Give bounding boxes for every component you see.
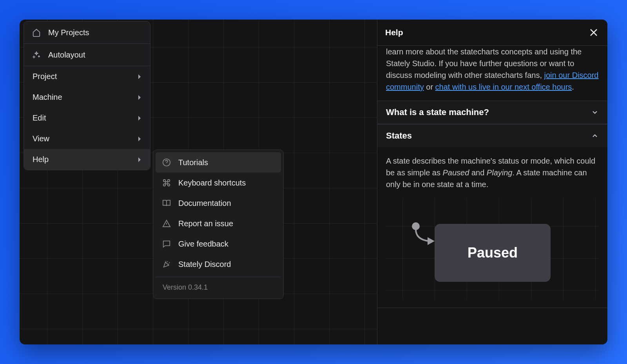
help-panel-body: learn more about the statecharts concept… <box>377 46 607 344</box>
menu-my-projects[interactable]: My Projects <box>24 22 150 44</box>
submenu-label: Stately Discord <box>178 260 231 269</box>
submenu-tutorials[interactable]: Tutorials <box>156 152 281 173</box>
menu-help[interactable]: Help <box>24 149 150 170</box>
chevron-right-icon <box>138 115 141 121</box>
chevron-right-icon <box>138 74 141 79</box>
chevron-down-icon <box>591 108 599 116</box>
submenu-stately-discord[interactable]: Stately Discord <box>156 254 281 274</box>
state-node-label: Paused <box>468 242 518 263</box>
accordion-what-is-state-machine: What is a state machine? <box>377 101 607 124</box>
submenu-keyboard-shortcuts[interactable]: Keyboard shortcuts <box>156 173 281 193</box>
text-italic: Playing <box>487 168 513 177</box>
accordion-body: A state describes the machine's status o… <box>377 147 607 308</box>
menu-label: Edit <box>33 114 46 123</box>
submenu-label: Report an issue <box>178 219 233 228</box>
menu-view[interactable]: View <box>24 128 150 149</box>
text-fragment: and <box>469 168 486 177</box>
help-panel-header: Help <box>377 20 607 46</box>
help-panel-title: Help <box>385 28 403 37</box>
submenu-give-feedback[interactable]: Give feedback <box>156 234 281 254</box>
version-text: Version 0.34.1 <box>156 277 281 296</box>
help-submenu: Tutorials Keyboard shortcuts Documentati… <box>153 150 284 299</box>
state-node: Paused <box>435 224 551 282</box>
book-icon <box>162 198 171 208</box>
menu-autolayout[interactable]: Autolayout <box>24 44 150 66</box>
accordion-header[interactable]: States <box>377 124 607 147</box>
confetti-icon <box>162 259 171 269</box>
submenu-report-issue[interactable]: Report an issue <box>156 213 281 234</box>
office-hours-link[interactable]: chat with us live in our next office hou… <box>435 83 572 91</box>
text-italic: Paused <box>443 168 469 177</box>
help-intro-text: learn more about the statecharts concept… <box>377 46 607 101</box>
submenu-label: Give feedback <box>178 240 228 249</box>
accordion-states: States A state describes the machine's s… <box>377 124 607 308</box>
menu-label: My Projects <box>48 28 89 37</box>
close-icon <box>589 28 598 37</box>
submenu-label: Keyboard shortcuts <box>178 178 246 187</box>
sparkle-icon <box>32 50 41 59</box>
submenu-label: Documentation <box>178 199 231 208</box>
chevron-right-icon <box>138 136 141 142</box>
menu-label: View <box>33 134 49 143</box>
main-menu: My Projects Autolayout Project Machine E… <box>24 21 150 170</box>
home-icon <box>32 28 41 37</box>
chevron-up-icon <box>591 132 599 140</box>
menu-machine[interactable]: Machine <box>24 87 150 108</box>
accordion-header[interactable]: What is a state machine? <box>377 101 607 124</box>
menu-label: Machine <box>33 93 62 102</box>
menu-label: Project <box>33 72 57 81</box>
chevron-right-icon <box>138 95 141 100</box>
submenu-label: Tutorials <box>178 158 208 167</box>
menu-project[interactable]: Project <box>24 66 150 87</box>
text-fragment: . <box>572 83 574 91</box>
question-circle-icon <box>162 158 171 167</box>
menu-label: Help <box>33 155 49 164</box>
menu-label: Autolayout <box>48 50 85 59</box>
menu-edit[interactable]: Edit <box>24 108 150 128</box>
accordion-title: What is a state machine? <box>386 107 489 117</box>
chevron-right-icon <box>138 157 141 162</box>
command-icon <box>162 178 171 187</box>
warning-icon <box>162 219 171 228</box>
app-window: My Projects Autolayout Project Machine E… <box>20 20 607 344</box>
close-button[interactable] <box>588 27 600 38</box>
help-panel: Help learn more about the statecharts co… <box>377 20 607 344</box>
accordion-title: States <box>386 131 412 141</box>
transition-arrow-icon <box>414 229 438 248</box>
chat-icon <box>162 239 171 249</box>
text-fragment: or <box>424 83 435 91</box>
submenu-documentation[interactable]: Documentation <box>156 193 281 213</box>
state-diagram: Paused <box>386 198 599 300</box>
